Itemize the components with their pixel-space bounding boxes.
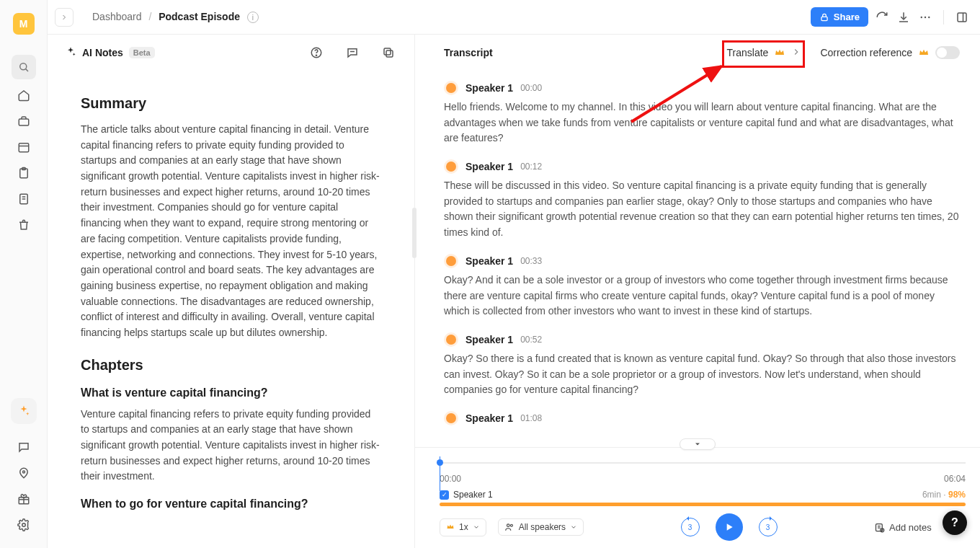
checkbox-icon[interactable]: ✓: [440, 490, 449, 500]
chapter-answer: Venture capital financing refers to priv…: [81, 407, 381, 485]
time-end: 06:04: [944, 474, 966, 484]
add-notes-label: Add notes: [889, 522, 932, 533]
speaker-name: Speaker 1: [466, 412, 513, 424]
segment-time: 00:52: [520, 335, 542, 345]
trash-icon[interactable]: [14, 215, 34, 235]
chapter-question: What is venture capital financing?: [81, 386, 381, 399]
speaker-filter[interactable]: All speakers: [498, 518, 584, 536]
beta-badge: Beta: [129, 47, 155, 58]
speaker-filter-label: All speakers: [519, 522, 566, 532]
copy-icon[interactable]: [380, 44, 397, 61]
speed-label: 1x: [459, 522, 468, 532]
share-button[interactable]: Share: [811, 7, 868, 27]
comment-icon[interactable]: [344, 44, 361, 61]
svg-point-0: [19, 63, 26, 70]
svg-rect-15: [821, 17, 827, 20]
speaker-avatar-icon: [444, 332, 458, 347]
ai-sparkle-button[interactable]: [11, 398, 37, 424]
skip-forward-button[interactable]: 3: [759, 518, 778, 536]
svg-point-17: [925, 16, 926, 17]
more-icon[interactable]: [917, 9, 933, 25]
share-button-label: Share: [834, 12, 860, 22]
transcript-segment[interactable]: Speaker 1 00:52 Okay? So there is a fund…: [444, 332, 960, 398]
search-icon[interactable]: [12, 55, 36, 79]
correction-reference-toggle[interactable]: Correction reference: [820, 46, 960, 60]
speaker-track-pct: 6min · 98%: [922, 490, 966, 500]
breadcrumb: Dashboard / Podcast Episode i: [92, 11, 259, 23]
summary-heading: Summary: [81, 95, 381, 112]
svg-point-10: [22, 471, 24, 473]
transcript-segment[interactable]: Speaker 1 01:08: [444, 411, 960, 425]
switch-icon[interactable]: [935, 46, 960, 59]
speaker-name: Speaker 1: [466, 334, 513, 345]
calendar-icon[interactable]: [14, 137, 34, 157]
speaker-track: ✓ Speaker 1 6min · 98%: [440, 490, 966, 506]
workspace-avatar[interactable]: M: [13, 13, 35, 35]
clipboard-icon[interactable]: [14, 163, 34, 183]
panel-toggle-icon[interactable]: [954, 9, 970, 25]
briefcase-icon[interactable]: [14, 111, 34, 131]
sparkle-icon: [65, 46, 76, 60]
refresh-icon[interactable]: [874, 9, 890, 25]
speaker-track-label[interactable]: ✓ Speaker 1: [440, 490, 493, 500]
transcript-segment[interactable]: Speaker 1 00:33 Okay? And it can be a so…: [444, 254, 960, 319]
left-rail: M: [0, 0, 48, 548]
ai-notes-title: AI Notes: [82, 47, 123, 58]
timeline[interactable]: [440, 455, 966, 469]
speed-selector[interactable]: 1x: [440, 518, 486, 536]
segment-text: Hello friends. Welcome to my channel. In…: [444, 100, 960, 146]
chapters-heading: Chapters: [81, 357, 381, 374]
summary-text: The article talks about venture capital …: [81, 122, 381, 341]
chevron-right-icon: [791, 47, 801, 59]
download-icon[interactable]: [896, 9, 912, 25]
svg-rect-24: [386, 50, 393, 57]
segment-time: 00:12: [520, 162, 542, 172]
svg-rect-3: [19, 143, 29, 152]
ai-notes-panel: AI Notes Beta Summary T: [48, 35, 415, 548]
notes-icon[interactable]: [14, 189, 34, 209]
segment-time: 00:33: [520, 256, 542, 266]
location-pin-icon[interactable]: [14, 463, 34, 483]
chapter-question: When to go for venture capital financing…: [81, 498, 381, 511]
segment-time: 00:00: [520, 83, 542, 93]
chat-icon[interactable]: [14, 437, 34, 457]
svg-point-14: [22, 523, 25, 527]
skip-back-button[interactable]: 3: [681, 518, 700, 536]
time-start: 00:00: [440, 474, 461, 484]
transcript-segment[interactable]: Speaker 1 00:12 These will be discussed …: [444, 159, 960, 241]
svg-line-1: [25, 69, 27, 71]
player-controls: 1x All speakers 3: [440, 506, 966, 541]
transcript-segment[interactable]: Speaker 1 00:00 Hello friends. Welcome t…: [444, 81, 960, 146]
playhead-dot[interactable]: [437, 459, 443, 466]
transcript-header: Transcript Translate Correction referen: [415, 35, 980, 71]
gear-icon[interactable]: [14, 515, 34, 535]
crown-icon: [446, 522, 455, 533]
gift-icon[interactable]: [14, 489, 34, 509]
speaker-name: Speaker 1: [466, 161, 513, 172]
svg-rect-2: [19, 119, 29, 125]
translate-label: Translate: [727, 47, 769, 58]
segment-text: Okay? And it can be a sole investor or a…: [444, 273, 960, 319]
svg-point-22: [316, 55, 316, 56]
collapse-sidebar-button[interactable]: [55, 8, 74, 27]
topbar: Dashboard / Podcast Episode i Share: [48, 0, 980, 35]
info-icon[interactable]: i: [247, 12, 259, 23]
speaker-avatar-icon: [444, 159, 458, 174]
speaker-avatar-icon: [444, 81, 458, 95]
home-icon[interactable]: [14, 85, 34, 105]
add-notes-button[interactable]: Add notes: [874, 522, 932, 533]
breadcrumb-root[interactable]: Dashboard: [92, 11, 142, 22]
transcript-title: Transcript: [444, 47, 493, 58]
help-bubble[interactable]: ?: [943, 511, 967, 535]
crown-icon: [918, 46, 930, 60]
expand-toggle[interactable]: [680, 438, 716, 450]
crown-icon: [774, 46, 785, 60]
help-circle-icon[interactable]: [308, 44, 325, 61]
svg-point-16: [921, 16, 922, 17]
translate-button[interactable]: Translate: [727, 46, 802, 60]
speaker-name: Speaker 1: [466, 255, 513, 267]
play-button[interactable]: [716, 513, 743, 541]
breadcrumb-sep: /: [148, 11, 151, 22]
svg-point-27: [507, 524, 509, 527]
ai-notes-body: Summary The article talks about venture …: [48, 71, 414, 539]
